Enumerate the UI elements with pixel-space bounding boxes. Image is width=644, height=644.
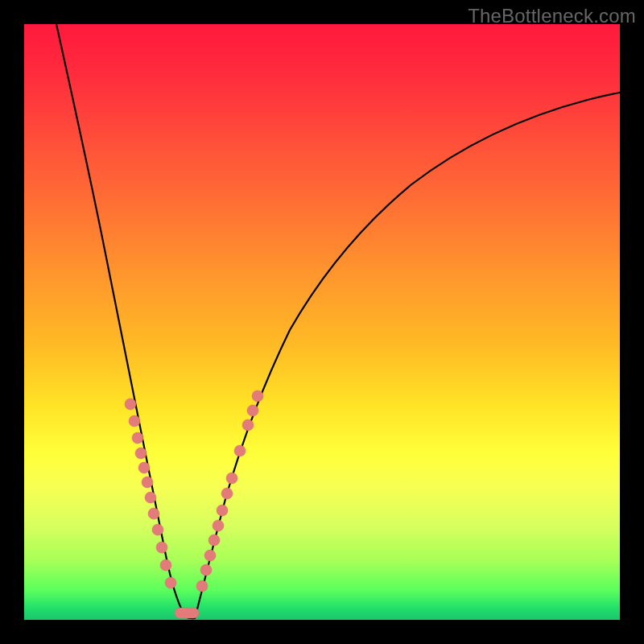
marker-dot <box>213 520 224 531</box>
marker-dot <box>217 505 228 516</box>
marker-dot <box>152 524 163 535</box>
marker-dot <box>247 405 258 416</box>
marker-dot <box>132 432 143 444</box>
marker-dot <box>138 462 150 473</box>
marker-dot <box>148 508 159 519</box>
frame: TheBottleneck.com <box>0 0 644 644</box>
marker-dot <box>221 488 233 499</box>
marker-dot <box>200 564 212 576</box>
marker-dot <box>234 445 246 456</box>
marker-dot <box>156 542 167 553</box>
marker-dot <box>242 419 254 431</box>
marker-dot <box>204 550 216 561</box>
marker-dot <box>165 577 176 588</box>
valley-marker <box>175 608 199 618</box>
marker-dot <box>135 448 147 459</box>
marker-dot <box>125 398 136 410</box>
marker-dot <box>252 390 263 402</box>
markers-left <box>125 398 176 588</box>
marker-dot <box>196 580 208 592</box>
curve-right <box>195 93 620 618</box>
marker-dot <box>160 559 171 571</box>
marker-dot <box>129 415 140 427</box>
marker-dot <box>226 473 237 484</box>
chart-svg <box>24 24 620 620</box>
watermark-text: TheBottleneck.com <box>468 5 636 27</box>
marker-dot <box>145 492 156 503</box>
marker-dot <box>142 477 153 488</box>
markers-right <box>196 390 263 592</box>
plot-area <box>24 24 620 620</box>
marker-dot <box>208 535 220 546</box>
curve-left <box>56 24 185 617</box>
